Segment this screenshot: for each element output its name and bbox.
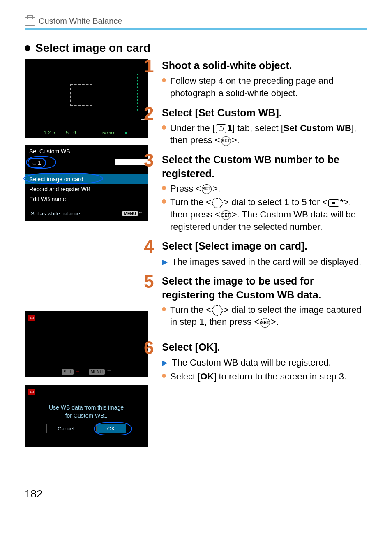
step-title-text: Select the image to be used for register…: [162, 274, 367, 302]
set-button-icon: SET: [202, 184, 212, 194]
step-bullet-text: The Custom WB data will be registered.: [172, 356, 331, 369]
step-title-text: Select [OK].: [162, 340, 220, 354]
camera-tab-icon: [216, 124, 226, 133]
result-arrow-icon: ▶: [162, 257, 168, 268]
hint-bar: SET ▭ MENU ⮌: [25, 369, 148, 375]
wb-preview: [115, 159, 148, 165]
step-2: 2 Select [Set Custom WB]. Under the [1] …: [160, 106, 367, 147]
return-icon: ⮌: [107, 369, 112, 375]
bullet-icon: [162, 307, 166, 311]
step-number: 3: [144, 153, 158, 167]
bullet-icon: [162, 125, 166, 130]
shutter-value: 125: [44, 130, 57, 136]
dialog-line2: for Custom WB1: [25, 412, 148, 420]
step-title-text: Select [Select image on card].: [162, 239, 307, 253]
step-3: 3 Select the Custom WB number to be regi…: [160, 153, 367, 233]
iso-value: ISO 100: [102, 131, 115, 135]
menu-item-edit-wb-name[interactable]: Edit WB name: [25, 194, 148, 204]
step-number: 4: [144, 239, 158, 254]
bullet-icon: [162, 374, 166, 378]
step-6: 6 Select [OK]. ▶ The Custom WB data will…: [160, 340, 367, 383]
step-title-text: Select [Set Custom WB].: [162, 106, 282, 120]
step-1: 1 Shoot a solid-white object. Follow ste…: [160, 59, 367, 99]
set-label: SET: [62, 369, 74, 375]
set-button-icon: SET: [221, 210, 231, 220]
bullet-icon: [162, 186, 166, 190]
exposure-readout: 125 5.6 ISO 100 ●: [25, 130, 148, 136]
section-title-text: Select image on card: [35, 42, 150, 55]
quick-dial-icon: [212, 305, 223, 316]
bullet-icon: [162, 199, 166, 204]
confirm-dialog-sim: ▭ Use WB data from this image for Custom…: [25, 385, 148, 447]
step-number: 1: [144, 59, 158, 73]
menu-item-record-register[interactable]: Record and register WB: [25, 184, 148, 194]
step-bullet-text: Follow step 4 on the preceding page and …: [170, 75, 367, 99]
bullet-icon: [162, 78, 166, 82]
step-bullet-text: The images saved in the card will be dis…: [172, 256, 361, 268]
custom-wb-icon: [25, 17, 35, 26]
set-button-icon: SET: [260, 318, 270, 328]
breadcrumb-text: Custom White Balance: [39, 16, 122, 26]
step-bullet-text: Select [OK] to return to the screen in s…: [170, 370, 346, 383]
dialog-message: Use WB data from this image for Custom W…: [25, 385, 148, 420]
step-number: 2: [144, 106, 158, 120]
custom-wb-badge-icon: ▭: [76, 370, 79, 374]
menu-item-select-image[interactable]: Select image on card: [25, 174, 148, 184]
result-arrow-icon: ▶: [162, 358, 168, 369]
custom-wb-badge-icon: ▭: [28, 315, 35, 321]
custom-wb-icon: [328, 199, 339, 207]
step-number: 6: [144, 340, 158, 355]
quick-dial-icon: [212, 198, 223, 208]
aperture-value: 5.6: [66, 130, 78, 136]
custom-wb-badge-icon: ▭: [28, 389, 35, 395]
menu-item-set-as-wb[interactable]: Set as white balance: [29, 211, 80, 217]
callout-circle-icon: [26, 156, 56, 169]
step-4: 4 Select [Select image on card]. ▶ The i…: [160, 239, 367, 268]
callout-circle-icon: [94, 422, 132, 435]
return-icon: ⮌: [138, 211, 143, 217]
cancel-button[interactable]: Cancel: [46, 424, 85, 433]
section-title: Select image on card: [25, 42, 367, 55]
step-bullet-text: Press <SET>.: [170, 183, 220, 195]
step-bullet-text: Under the [1] tab, select [Set Custom WB…: [170, 122, 367, 146]
menu-label: MENU: [122, 211, 138, 216]
breadcrumb: Custom White Balance: [25, 16, 367, 26]
step-title-text: Select the Custom WB number to be regist…: [162, 153, 367, 181]
menu-title: Set Custom WB: [25, 146, 148, 157]
image-select-sim: ▭ SET ▭ MENU ⮌: [25, 311, 148, 377]
step-title-text: Shoot a solid-white object.: [162, 59, 292, 73]
menu-label: MENU: [89, 369, 105, 375]
step-number: 5: [144, 274, 158, 289]
camera-lcd-shoot-sim: ▬ 125 5.6 ISO 100 ●: [25, 59, 148, 138]
page-number: 182: [25, 488, 367, 500]
level-gauge: [137, 74, 144, 111]
focus-dot-icon: ●: [125, 130, 129, 136]
set-button-icon: SET: [221, 136, 231, 146]
step-bullet-text: Turn the <> dial to select the image cap…: [170, 304, 367, 328]
set-custom-wb-menu-sim: Set Custom WB ▭ 1 Select image on card R…: [25, 145, 148, 221]
divider: [25, 28, 367, 30]
focus-box: [70, 84, 92, 106]
callout-circle-icon: [23, 173, 103, 184]
step-5: 5 Select the image to be used for regist…: [160, 274, 367, 328]
step-bullet-text: Turn the <> dial to select 1 to 5 for <*…: [170, 196, 367, 233]
dialog-line1: Use WB data from this image: [25, 404, 148, 412]
